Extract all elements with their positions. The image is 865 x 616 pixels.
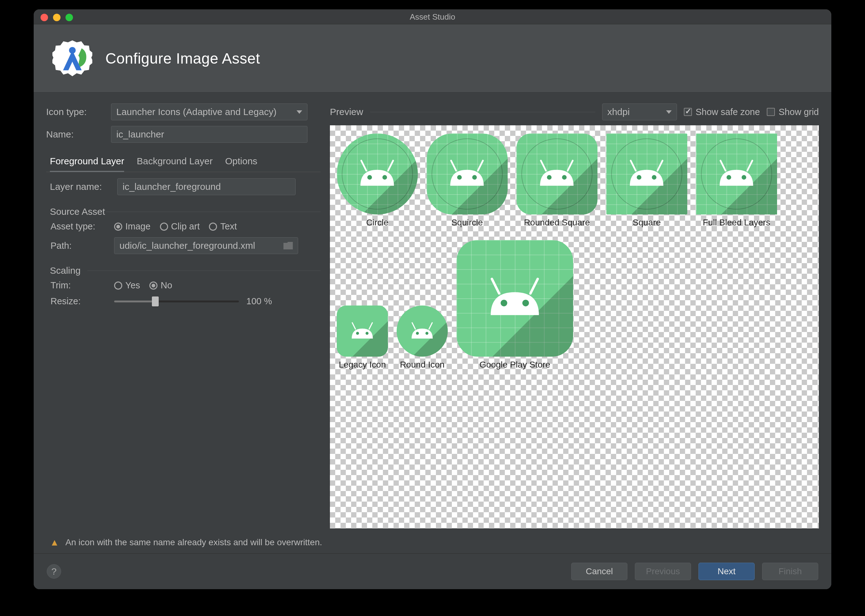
preview-panel: Preview xhdpi Show safe zone Show grid C…: [330, 104, 819, 531]
asset-type-text-label: Text: [220, 222, 237, 232]
warning-text: An icon with the same name already exist…: [66, 537, 322, 547]
preview-item-square: Square: [606, 134, 687, 228]
path-input[interactable]: udio/ic_launcher_foreground.xml: [114, 237, 298, 254]
svg-rect-5: [71, 50, 73, 60]
preview-item-label: Rounded Square: [524, 218, 590, 228]
trim-yes-label: Yes: [125, 280, 140, 291]
checkbox-icon: [767, 108, 775, 116]
icon-type-select[interactable]: Launcher Icons (Adaptive and Legacy): [111, 104, 307, 120]
trim-no-label: No: [160, 280, 172, 291]
asset-type-image-radio[interactable]: Image: [114, 222, 151, 232]
button-bar: ? Cancel Previous Next Finish: [34, 553, 831, 589]
previous-label: Previous: [646, 566, 680, 577]
asset-type-clipart-radio[interactable]: Clip art: [160, 222, 200, 232]
asset-type-label: Asset type:: [46, 222, 109, 232]
trim-label: Trim:: [46, 280, 109, 291]
preview-row-legacy: Legacy Icon Round Icon: [337, 240, 812, 370]
asset-type-clipart-label: Clip art: [171, 222, 200, 232]
window: Asset Studio Configure Image Asset Icon …: [34, 9, 831, 589]
cancel-button[interactable]: Cancel: [571, 563, 628, 580]
layer-name-input[interactable]: ic_launcher_foreground: [117, 178, 296, 195]
play-store-icon-label: Google Play Store: [479, 360, 550, 370]
chevron-down-icon: [297, 110, 302, 114]
asset-type-radiogroup: Image Clip art Text: [114, 222, 237, 232]
name-value: ic_launcher: [116, 129, 164, 140]
divider: [370, 112, 595, 112]
resize-label: Resize:: [46, 296, 109, 306]
preview-play-store-icon: Google Play Store: [456, 240, 573, 370]
round-icon-label: Round Icon: [400, 360, 444, 370]
banner: Configure Image Asset: [34, 24, 831, 93]
checkbox-icon: [684, 108, 692, 116]
square-icon: [606, 134, 687, 214]
warning-icon: ▲: [50, 537, 59, 548]
finish-button[interactable]: Finish: [762, 563, 818, 580]
titlebar: Asset Studio: [34, 9, 831, 24]
page-title: Configure Image Asset: [105, 50, 260, 67]
legacy-icon-label: Legacy Icon: [339, 360, 386, 370]
resize-slider[interactable]: [114, 300, 239, 302]
play-store-icon: [456, 240, 573, 357]
tab-foreground-layer[interactable]: Foreground Layer: [50, 156, 124, 172]
icon-type-label: Icon type:: [46, 107, 105, 117]
preview-label: Preview: [330, 107, 363, 117]
preview-item-rsquare: Rounded Square: [516, 134, 598, 228]
help-icon: ?: [52, 566, 57, 577]
config-panel: Icon type: Launcher Icons (Adaptive and …: [46, 104, 321, 531]
preview-item-label: Squircle: [451, 218, 483, 228]
cancel-label: Cancel: [586, 566, 613, 577]
minimize-icon[interactable]: [53, 14, 60, 21]
show-safe-zone-label: Show safe zone: [696, 107, 760, 117]
show-grid-label: Show grid: [778, 107, 819, 117]
preview-item-label: Square: [633, 218, 661, 228]
next-label: Next: [717, 566, 736, 577]
trim-yes-radio[interactable]: Yes: [114, 280, 140, 291]
legacy-icon: [337, 305, 388, 357]
chevron-down-icon: [666, 110, 672, 114]
next-button[interactable]: Next: [698, 563, 755, 580]
icon-type-value: Launcher Icons (Adaptive and Legacy): [116, 107, 277, 117]
preview-item-circle: Circle: [337, 134, 418, 228]
help-button[interactable]: ?: [47, 564, 61, 578]
name-label: Name:: [46, 129, 105, 140]
content: Icon type: Launcher Icons (Adaptive and …: [34, 93, 831, 531]
density-select[interactable]: xhdpi: [602, 104, 677, 120]
show-safe-zone-checkbox[interactable]: Show safe zone: [684, 107, 760, 117]
path-value: udio/ic_launcher_foreground.xml: [120, 240, 255, 251]
preview-area: CircleSquircleRounded SquareSquareFull B…: [330, 125, 819, 528]
preview-round-icon: Round Icon: [396, 305, 448, 370]
density-value: xhdpi: [607, 107, 630, 117]
rsquare-icon: [516, 134, 598, 214]
trim-no-radio[interactable]: No: [149, 280, 172, 291]
asset-type-image-label: Image: [125, 222, 151, 232]
tab-background-layer[interactable]: Background Layer: [137, 156, 213, 172]
circle-icon: [337, 134, 418, 214]
close-icon[interactable]: [41, 14, 48, 21]
path-label: Path:: [46, 240, 109, 251]
squircle-icon: [426, 134, 508, 214]
preview-item-squircle: Squircle: [426, 134, 508, 228]
layer-name-label: Layer name:: [46, 181, 112, 192]
asset-type-text-radio[interactable]: Text: [209, 222, 237, 232]
android-icon: [352, 153, 402, 195]
bleed-icon: [696, 134, 777, 214]
resize-value: 100 %: [246, 296, 272, 306]
previous-button[interactable]: Previous: [635, 563, 691, 580]
layer-tabs: Foreground Layer Background Layer Option…: [46, 152, 321, 172]
name-input[interactable]: ic_launcher: [111, 126, 307, 143]
scaling-title: Scaling: [50, 265, 321, 276]
android-icon: [406, 318, 438, 344]
android-icon: [711, 153, 761, 195]
preview-item-label: Full Bleed Layers: [703, 218, 770, 228]
tab-options[interactable]: Options: [225, 156, 257, 172]
window-controls: [41, 14, 73, 21]
window-title: Asset Studio: [410, 12, 455, 22]
android-icon: [346, 318, 378, 344]
preview-legacy-icon: Legacy Icon: [337, 305, 388, 370]
folder-icon[interactable]: [283, 242, 293, 249]
android-icon: [621, 153, 672, 195]
preview-item-bleed: Full Bleed Layers: [696, 134, 777, 228]
show-grid-checkbox[interactable]: Show grid: [767, 107, 819, 117]
zoom-icon[interactable]: [66, 14, 73, 21]
round-icon: [396, 305, 448, 357]
